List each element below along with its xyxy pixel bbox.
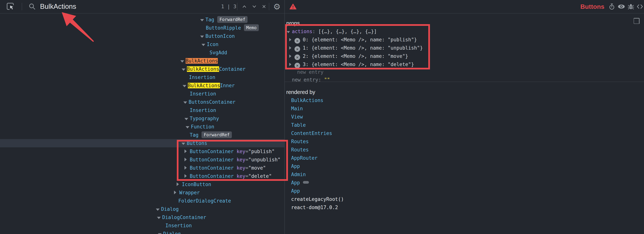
tree-row[interactable]: Wrapper: [0, 188, 284, 197]
owner-link[interactable]: AppRouter: [291, 155, 318, 161]
tree-row[interactable]: BulkActionsInner: [0, 82, 284, 90]
rendered-by-item[interactable]: Table: [285, 121, 644, 129]
rendered-by-item[interactable]: AppRouter: [285, 154, 644, 162]
tree-row[interactable]: ButtonContainer key="move": [0, 164, 284, 172]
rendered-by-item[interactable]: Routes: [285, 138, 644, 146]
owner-link[interactable]: View: [291, 114, 303, 120]
tree-row[interactable]: IconButton: [0, 180, 284, 188]
expander-open-icon[interactable]: [157, 213, 162, 222]
owner-link[interactable]: Table: [291, 122, 306, 128]
previous-match-button[interactable]: [240, 0, 249, 13]
view-source-button[interactable]: [635, 0, 644, 13]
owner-link[interactable]: Routes: [291, 139, 309, 144]
owner-link[interactable]: Admin: [291, 172, 306, 177]
owner-link[interactable]: App: [291, 164, 300, 169]
rendered-by-item[interactable]: ContentEntries: [285, 129, 644, 138]
tree-row[interactable]: Insertion: [0, 90, 284, 98]
tree-row[interactable]: ButtonRippleMemo: [0, 24, 284, 32]
owner-link[interactable]: BulkActions: [291, 98, 323, 103]
rendered-by-item[interactable]: Main: [285, 104, 644, 113]
expander-closed-icon[interactable]: [289, 36, 294, 44]
tree-row[interactable]: BulkActions: [0, 57, 284, 65]
next-match-button[interactable]: [250, 0, 258, 13]
tree-row[interactable]: Insertion: [0, 222, 284, 230]
expander-open-icon[interactable]: [183, 98, 188, 106]
tree-row[interactable]: ButtonIcon: [0, 32, 284, 40]
tree-row[interactable]: Insertion: [0, 106, 284, 114]
delete-entry-icon[interactable]: ✕: [294, 46, 300, 52]
stopwatch-button[interactable]: [607, 0, 617, 13]
expander-open-icon[interactable]: [182, 139, 187, 147]
delete-entry-icon[interactable]: ✕: [294, 38, 300, 44]
tree-row[interactable]: SvgAdd: [0, 48, 284, 57]
owner-link[interactable]: ContentEntries: [291, 130, 332, 136]
tree-row[interactable]: ButtonsContainer: [0, 98, 284, 106]
tree-row[interactable]: Icon: [0, 40, 284, 48]
tree-row[interactable]: Dialog: [0, 205, 284, 213]
tree-row[interactable]: Dialog: [0, 230, 284, 234]
props-array-item[interactable]: ✕2: {element: <Memo />, name: "move"}: [285, 52, 644, 60]
new-entry-input[interactable]: new entry: "": [285, 76, 644, 84]
tree-row[interactable]: FolderDialogCreate: [0, 197, 284, 205]
tree-row[interactable]: BulkActionsContainer: [0, 65, 284, 73]
expander-closed-icon[interactable]: [289, 44, 294, 52]
tree-row[interactable]: ButtonContainer key="delete": [0, 172, 284, 180]
expander-open-icon[interactable]: [186, 122, 191, 131]
props-array-item[interactable]: ✕1: {element: <Memo />, name: "unpublish…: [285, 44, 644, 52]
expander-open-icon[interactable]: [287, 27, 292, 36]
rendered-by-item[interactable]: App: [285, 178, 644, 187]
expander-open-icon[interactable]: [182, 82, 188, 90]
owner-link[interactable]: App: [291, 180, 300, 186]
expander-closed-icon[interactable]: [184, 156, 190, 164]
rendered-by-item[interactable]: App: [285, 162, 644, 170]
expander-open-icon[interactable]: [156, 205, 161, 213]
panel-divider[interactable]: [284, 0, 285, 234]
expander-open-icon[interactable]: [200, 32, 206, 40]
tree-row[interactable]: Function: [0, 122, 284, 131]
expander-open-icon[interactable]: [182, 65, 187, 73]
owner-link[interactable]: App: [291, 188, 300, 194]
debug-log-button[interactable]: [626, 0, 636, 13]
tree-row[interactable]: TagForwardRef: [0, 131, 284, 139]
rendered-by-item[interactable]: BulkActions: [285, 96, 644, 104]
rendered-by-list: BulkActionsMainViewTableContentEntriesRo…: [285, 96, 644, 212]
expander-closed-icon[interactable]: [184, 164, 190, 172]
expander-open-icon[interactable]: [158, 230, 163, 234]
tree-row[interactable]: Typography: [0, 114, 284, 122]
delete-entry-icon[interactable]: ✕: [294, 54, 300, 60]
owner-link[interactable]: Routes: [291, 147, 309, 152]
tree-row[interactable]: TagForwardRef: [0, 16, 284, 24]
props-array-item[interactable]: ✕0: {element: <Memo />, name: "publish"}: [285, 36, 644, 44]
stopwatch-icon: [609, 3, 615, 10]
tree-row[interactable]: DialogContainer: [0, 213, 284, 222]
props-row-actions[interactable]: actions: [{…}, {…}, {…}, {…}]: [285, 27, 644, 36]
tree-row[interactable]: ButtonContainer key="unpublish": [0, 156, 284, 164]
owner-link[interactable]: Main: [291, 106, 303, 112]
expander-closed-icon[interactable]: [176, 180, 182, 188]
expander-closed-icon[interactable]: [289, 60, 294, 68]
tree-row[interactable]: ButtonContainer key="publish": [0, 147, 284, 156]
inspect-element-button[interactable]: [6, 0, 15, 13]
tree-row[interactable]: Buttons: [0, 139, 284, 147]
props-array-item[interactable]: ✕3: {element: <Memo />, name: "delete"}: [285, 60, 644, 68]
expander-closed-icon[interactable]: [184, 147, 190, 156]
delete-entry-icon[interactable]: ✕: [294, 63, 300, 68]
expander-open-icon[interactable]: [202, 40, 207, 48]
rendered-by-item[interactable]: Routes: [285, 146, 644, 154]
settings-button[interactable]: ⚙: [272, 0, 282, 13]
expander-closed-icon[interactable]: [289, 52, 294, 60]
search-input[interactable]: BulkActions: [40, 0, 76, 13]
clear-search-button[interactable]: [260, 0, 268, 13]
copy-props-icon[interactable]: [634, 18, 640, 24]
expander-open-icon[interactable]: [180, 57, 186, 65]
warning-triangle-icon: [288, 0, 298, 13]
expander-open-icon[interactable]: [184, 114, 190, 122]
rendered-by-item[interactable]: Admin: [285, 170, 644, 178]
suspense-toggle-button[interactable]: [616, 0, 626, 13]
tree-row[interactable]: Insertion: [0, 73, 284, 82]
rendered-by-item[interactable]: View: [285, 113, 644, 121]
rendered-by-item[interactable]: App: [285, 187, 644, 195]
expander-closed-icon[interactable]: [174, 188, 179, 197]
expander-open-icon[interactable]: [200, 16, 206, 24]
expander-closed-icon[interactable]: [184, 172, 190, 180]
